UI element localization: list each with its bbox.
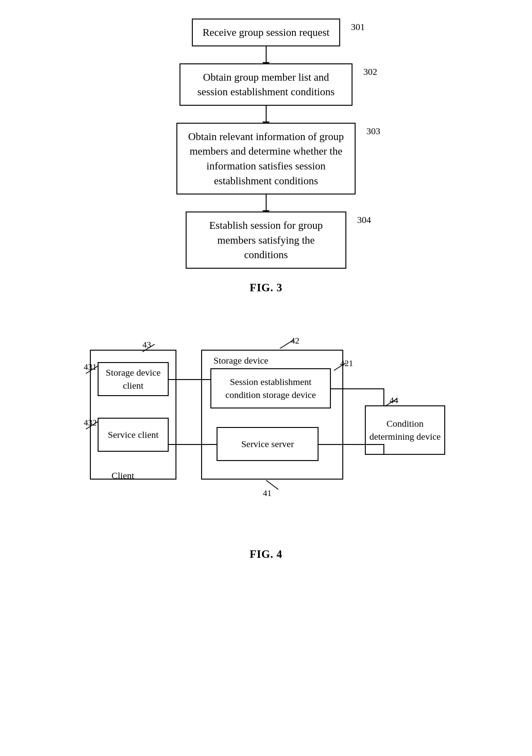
step-304-wrapper: Establish session for group members sati…: [186, 211, 346, 269]
step-304-box: Establish session for group members sati…: [186, 211, 346, 269]
storage-device-label: Storage device: [214, 355, 268, 366]
diagram: Client Storage device client Service cli…: [81, 319, 451, 535]
step-301-text: Receive group session request: [203, 27, 330, 38]
connector-4v: [383, 444, 384, 455]
storage-device-client-text: Storage device client: [102, 366, 165, 392]
flowchart: Receive group session request 301 Obtain…: [176, 18, 356, 269]
step-303-box: Obtain relevant information of group mem…: [176, 123, 356, 195]
step-304-text: Establish session for group members sati…: [209, 220, 322, 260]
step-301-wrapper: Receive group session request 301: [192, 18, 340, 46]
svg-line-0: [86, 366, 98, 373]
slash-432: [84, 421, 100, 431]
ref-302: 302: [363, 67, 377, 77]
connector-4: [318, 444, 383, 445]
slash-421: [332, 363, 348, 372]
svg-line-3: [280, 340, 294, 348]
svg-line-2: [142, 344, 155, 352]
fig4-container: Client Storage device client Service cli…: [0, 319, 532, 561]
ref-301: 301: [351, 22, 365, 32]
step-302-text: Obtain group member list and session est…: [197, 71, 335, 98]
condition-determining-text: Condition determining device: [369, 417, 441, 443]
arrow-1: [266, 46, 266, 64]
arrow-3: [266, 195, 266, 211]
client-label: Client: [112, 470, 134, 481]
svg-line-6: [385, 398, 397, 406]
connector-3: [331, 388, 383, 389]
page: Receive group session request 301 Obtain…: [0, 0, 532, 756]
svg-line-5: [266, 480, 278, 490]
step-303-text: Obtain relevant information of group mem…: [188, 131, 344, 186]
ref-304: 304: [357, 215, 371, 225]
ref-303: 303: [367, 126, 380, 136]
service-client-text: Service client: [108, 428, 159, 441]
condition-determining-box: Condition determining device: [365, 405, 445, 455]
connector-2: [169, 444, 216, 445]
fig3-container: Receive group session request 301 Obtain…: [0, 18, 532, 294]
storage-device-client-box: Storage device client: [98, 362, 169, 396]
slash-43: [141, 344, 156, 353]
slash-42: [278, 340, 295, 351]
step-302-box: Obtain group member list and session est…: [180, 64, 352, 106]
connector-1: [169, 379, 210, 380]
slash-44: [383, 398, 399, 408]
arrow-2: [266, 106, 266, 123]
svg-line-4: [334, 363, 346, 370]
service-server-text: Service server: [241, 438, 294, 450]
fig4-caption: FIG. 4: [250, 548, 282, 561]
session-establishment-text: Session establishment condition storage …: [215, 375, 327, 401]
svg-line-1: [86, 421, 98, 429]
step-301-box: Receive group session request: [192, 18, 340, 46]
session-establishment-box: Session establishment condition storage …: [210, 368, 331, 408]
slash-431: [84, 366, 100, 375]
step-303-wrapper: Obtain relevant information of group mem…: [176, 123, 356, 195]
service-server-inner-box: Service server: [216, 427, 318, 461]
fig3-caption: FIG. 3: [250, 281, 282, 294]
slash-41: [265, 480, 280, 491]
connector-3v: [383, 388, 384, 405]
service-client-box: Service client: [98, 418, 169, 452]
step-302-wrapper: Obtain group member list and session est…: [180, 64, 352, 106]
